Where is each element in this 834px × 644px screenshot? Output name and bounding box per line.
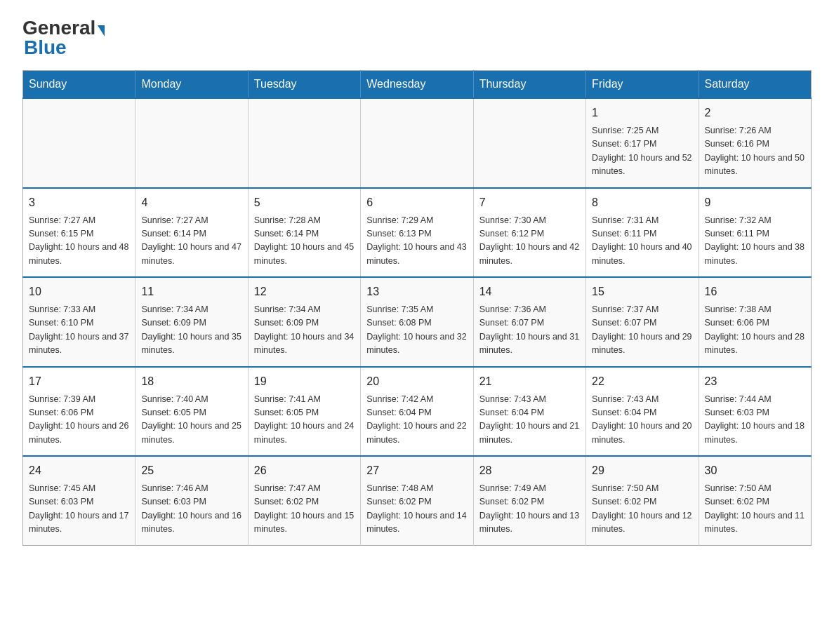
col-header-tuesday: Tuesday (248, 71, 360, 99)
day-info: Sunrise: 7:38 AMSunset: 6:06 PMDaylight:… (705, 303, 805, 358)
calendar-cell: 24Sunrise: 7:45 AMSunset: 6:03 PMDayligh… (23, 456, 135, 545)
day-info: Sunrise: 7:39 AMSunset: 6:06 PMDaylight:… (29, 393, 129, 448)
col-header-thursday: Thursday (473, 71, 585, 99)
day-info: Sunrise: 7:28 AMSunset: 6:14 PMDaylight:… (254, 214, 355, 269)
day-number: 20 (366, 373, 467, 390)
calendar-cell: 20Sunrise: 7:42 AMSunset: 6:04 PMDayligh… (361, 367, 473, 457)
day-number: 1 (592, 105, 692, 121)
day-number: 27 (366, 462, 467, 479)
calendar-cell: 2Sunrise: 7:26 AMSunset: 6:16 PMDaylight… (699, 98, 811, 188)
calendar-cell: 23Sunrise: 7:44 AMSunset: 6:03 PMDayligh… (699, 367, 811, 457)
calendar-cell (23, 98, 135, 188)
day-info: Sunrise: 7:41 AMSunset: 6:05 PMDaylight:… (254, 393, 355, 448)
calendar-cell: 28Sunrise: 7:49 AMSunset: 6:02 PMDayligh… (473, 456, 585, 545)
day-info: Sunrise: 7:25 AMSunset: 6:17 PMDaylight:… (592, 124, 692, 179)
calendar-week-4: 17Sunrise: 7:39 AMSunset: 6:06 PMDayligh… (23, 367, 812, 457)
day-number: 24 (29, 462, 129, 479)
day-number: 19 (254, 373, 355, 390)
day-info: Sunrise: 7:34 AMSunset: 6:09 PMDaylight:… (141, 303, 241, 358)
day-info: Sunrise: 7:43 AMSunset: 6:04 PMDaylight:… (592, 393, 692, 448)
logo: General Blue (22, 17, 105, 59)
day-number: 21 (479, 373, 580, 390)
col-header-friday: Friday (586, 71, 699, 99)
calendar-cell: 26Sunrise: 7:47 AMSunset: 6:02 PMDayligh… (248, 456, 360, 545)
day-info: Sunrise: 7:29 AMSunset: 6:13 PMDaylight:… (366, 214, 467, 269)
day-number: 23 (705, 373, 805, 390)
day-number: 22 (592, 373, 692, 390)
calendar-cell: 10Sunrise: 7:33 AMSunset: 6:10 PMDayligh… (23, 277, 135, 367)
day-number: 6 (366, 194, 467, 211)
calendar-cell: 4Sunrise: 7:27 AMSunset: 6:14 PMDaylight… (135, 188, 248, 278)
calendar-week-3: 10Sunrise: 7:33 AMSunset: 6:10 PMDayligh… (23, 277, 812, 367)
calendar-body: 1Sunrise: 7:25 AMSunset: 6:17 PMDaylight… (23, 98, 812, 545)
day-info: Sunrise: 7:48 AMSunset: 6:02 PMDaylight:… (366, 482, 467, 537)
day-number: 18 (141, 373, 241, 390)
day-info: Sunrise: 7:40 AMSunset: 6:05 PMDaylight:… (141, 393, 241, 448)
calendar-cell: 6Sunrise: 7:29 AMSunset: 6:13 PMDaylight… (361, 188, 473, 278)
day-number: 11 (141, 283, 241, 300)
day-number: 16 (705, 283, 805, 300)
calendar-cell: 22Sunrise: 7:43 AMSunset: 6:04 PMDayligh… (586, 367, 699, 457)
calendar-cell (473, 98, 585, 188)
day-number: 26 (254, 462, 355, 479)
calendar-cell: 21Sunrise: 7:43 AMSunset: 6:04 PMDayligh… (473, 367, 585, 457)
calendar-cell: 25Sunrise: 7:46 AMSunset: 6:03 PMDayligh… (135, 456, 248, 545)
calendar-header: SundayMondayTuesdayWednesdayThursdayFrid… (23, 71, 812, 99)
day-info: Sunrise: 7:46 AMSunset: 6:03 PMDaylight:… (141, 482, 241, 537)
page-header: General Blue (22, 17, 812, 59)
day-info: Sunrise: 7:42 AMSunset: 6:04 PMDaylight:… (366, 393, 467, 448)
calendar-cell: 13Sunrise: 7:35 AMSunset: 6:08 PMDayligh… (361, 277, 473, 367)
calendar-cell: 11Sunrise: 7:34 AMSunset: 6:09 PMDayligh… (135, 277, 248, 367)
day-number: 4 (141, 194, 241, 211)
day-number: 14 (479, 283, 580, 300)
day-info: Sunrise: 7:36 AMSunset: 6:07 PMDaylight:… (479, 303, 580, 358)
logo-blue-text: Blue (24, 36, 67, 58)
day-info: Sunrise: 7:50 AMSunset: 6:02 PMDaylight:… (592, 482, 692, 537)
calendar-week-5: 24Sunrise: 7:45 AMSunset: 6:03 PMDayligh… (23, 456, 812, 545)
calendar-cell: 19Sunrise: 7:41 AMSunset: 6:05 PMDayligh… (248, 367, 360, 457)
col-header-sunday: Sunday (23, 71, 135, 99)
day-number: 28 (479, 462, 580, 479)
day-info: Sunrise: 7:50 AMSunset: 6:02 PMDaylight:… (705, 482, 805, 537)
col-header-wednesday: Wednesday (361, 71, 473, 99)
calendar-cell: 17Sunrise: 7:39 AMSunset: 6:06 PMDayligh… (23, 367, 135, 457)
calendar-cell: 18Sunrise: 7:40 AMSunset: 6:05 PMDayligh… (135, 367, 248, 457)
calendar-cell (248, 98, 360, 188)
day-number: 25 (141, 462, 241, 479)
calendar-cell: 27Sunrise: 7:48 AMSunset: 6:02 PMDayligh… (361, 456, 473, 545)
calendar-cell: 16Sunrise: 7:38 AMSunset: 6:06 PMDayligh… (699, 277, 811, 367)
day-info: Sunrise: 7:47 AMSunset: 6:02 PMDaylight:… (254, 482, 355, 537)
day-number: 17 (29, 373, 129, 390)
col-header-monday: Monday (135, 71, 248, 99)
day-number: 10 (29, 283, 129, 300)
day-number: 9 (705, 194, 805, 211)
logo-arrow-icon (98, 25, 105, 36)
day-number: 7 (479, 194, 580, 211)
calendar-cell: 29Sunrise: 7:50 AMSunset: 6:02 PMDayligh… (586, 456, 699, 545)
calendar-cell (135, 98, 248, 188)
day-number: 15 (592, 283, 692, 300)
col-header-saturday: Saturday (699, 71, 811, 99)
day-info: Sunrise: 7:26 AMSunset: 6:16 PMDaylight:… (705, 124, 805, 179)
day-info: Sunrise: 7:27 AMSunset: 6:14 PMDaylight:… (141, 214, 241, 269)
day-info: Sunrise: 7:32 AMSunset: 6:11 PMDaylight:… (705, 214, 805, 269)
calendar-cell: 30Sunrise: 7:50 AMSunset: 6:02 PMDayligh… (699, 456, 811, 545)
calendar-week-1: 1Sunrise: 7:25 AMSunset: 6:17 PMDaylight… (23, 98, 812, 188)
calendar-cell: 14Sunrise: 7:36 AMSunset: 6:07 PMDayligh… (473, 277, 585, 367)
day-number: 3 (29, 194, 129, 211)
calendar-week-2: 3Sunrise: 7:27 AMSunset: 6:15 PMDaylight… (23, 188, 812, 278)
day-number: 8 (592, 194, 692, 211)
day-info: Sunrise: 7:37 AMSunset: 6:07 PMDaylight:… (592, 303, 692, 358)
day-number: 13 (366, 283, 467, 300)
day-info: Sunrise: 7:31 AMSunset: 6:11 PMDaylight:… (592, 214, 692, 269)
day-info: Sunrise: 7:35 AMSunset: 6:08 PMDaylight:… (366, 303, 467, 358)
day-number: 2 (705, 105, 805, 121)
day-info: Sunrise: 7:33 AMSunset: 6:10 PMDaylight:… (29, 303, 129, 358)
day-info: Sunrise: 7:45 AMSunset: 6:03 PMDaylight:… (29, 482, 129, 537)
calendar-cell: 8Sunrise: 7:31 AMSunset: 6:11 PMDaylight… (586, 188, 699, 278)
day-info: Sunrise: 7:34 AMSunset: 6:09 PMDaylight:… (254, 303, 355, 358)
day-number: 29 (592, 462, 692, 479)
calendar-cell: 3Sunrise: 7:27 AMSunset: 6:15 PMDaylight… (23, 188, 135, 278)
day-info: Sunrise: 7:30 AMSunset: 6:12 PMDaylight:… (479, 214, 580, 269)
calendar-table: SundayMondayTuesdayWednesdayThursdayFrid… (22, 70, 812, 546)
